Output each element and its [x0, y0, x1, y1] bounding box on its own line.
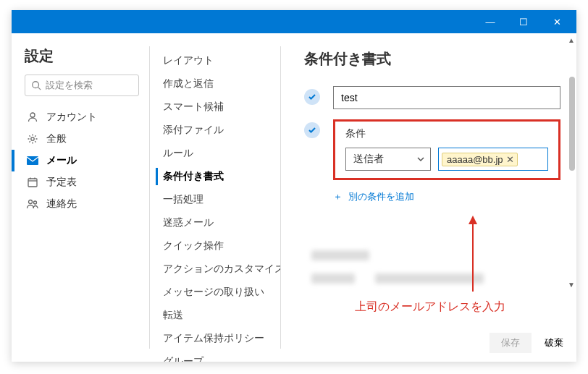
footer-actions: 保存 破棄: [490, 333, 563, 353]
sidebar-item-mail[interactable]: メール: [25, 150, 139, 171]
svg-point-0: [33, 82, 39, 88]
main-scrollbar[interactable]: ▲ ▼: [566, 33, 576, 318]
add-condition-link[interactable]: ＋別の条件を追加: [333, 190, 560, 203]
page-title: 条件付き書式: [304, 49, 560, 69]
redacted-region: [311, 273, 355, 284]
svg-rect-4: [27, 156, 38, 165]
svg-point-9: [29, 200, 33, 204]
svg-point-3: [31, 137, 34, 140]
condition-check-icon[interactable]: [304, 122, 320, 138]
condition-type-select[interactable]: 送信者: [345, 148, 431, 171]
search-icon: [31, 80, 41, 90]
subnav-item[interactable]: ルール: [156, 142, 274, 165]
sidebar-item-contacts[interactable]: 連絡先: [25, 193, 139, 215]
subnav-item[interactable]: 転送: [156, 304, 274, 327]
remove-tag-icon[interactable]: ✕: [506, 154, 514, 165]
subnav-item[interactable]: スマート候補: [156, 95, 274, 119]
plus-icon: ＋: [333, 191, 343, 202]
subnav-item[interactable]: 作成と返信: [156, 72, 274, 95]
svg-line-1: [38, 88, 41, 90]
main-panel: 条件付き書式 条件 送信者: [281, 33, 576, 362]
subnav-item-conditional-format[interactable]: 条件付き書式: [156, 165, 274, 188]
subnav: レイアウト 作成と返信 スマート候補 添付ファイル ルール 条件付き書式 一括処…: [150, 33, 280, 362]
maximize-button[interactable]: ☐: [507, 10, 540, 33]
gear-icon: [26, 132, 39, 145]
sidebar-item-label: 連絡先: [46, 197, 77, 211]
chevron-down-icon: [417, 156, 424, 163]
subnav-item[interactable]: アクションのカスタマイズ: [156, 258, 274, 281]
scroll-down-icon[interactable]: ▼: [566, 279, 576, 289]
close-button[interactable]: ✕: [540, 10, 574, 33]
sidebar-item-label: メール: [46, 154, 77, 167]
sidebar-item-calendar[interactable]: 予定表: [25, 171, 139, 193]
minimize-button[interactable]: —: [474, 10, 507, 33]
redacted-region: [311, 250, 369, 260]
scrollbar-thumb[interactable]: [569, 77, 575, 171]
subnav-item[interactable]: 一括処理: [156, 188, 274, 211]
scroll-up-icon[interactable]: ▲: [566, 35, 576, 45]
subnav-item[interactable]: 添付ファイル: [156, 119, 274, 142]
redacted-region: [375, 273, 484, 284]
people-icon: [26, 197, 39, 211]
settings-sidebar: 設定 設定を検索 アカウント 全般: [12, 33, 149, 362]
subnav-item[interactable]: メッセージの取り扱い: [156, 281, 274, 304]
subnav-item[interactable]: アイテム保持ポリシー: [156, 327, 274, 350]
condition-box: 条件 送信者 aaaaa@bb.jp ✕: [333, 119, 560, 180]
titlebar: — ☐ ✕: [12, 10, 576, 33]
search-placeholder: 設定を検索: [46, 79, 93, 92]
add-condition-label: 別の条件を追加: [348, 191, 414, 202]
condition-email-field[interactable]: aaaaa@bb.jp ✕: [438, 148, 548, 171]
sidebar-item-account[interactable]: アカウント: [25, 106, 139, 128]
sidebar-item-label: アカウント: [46, 111, 97, 124]
email-tag: aaaaa@bb.jp ✕: [442, 153, 518, 166]
condition-label: 条件: [335, 127, 558, 140]
settings-window: — ☐ ✕ 設定 設定を検索 アカウント: [12, 10, 576, 362]
sidebar-item-label: 予定表: [46, 176, 77, 189]
subnav-item[interactable]: クイック操作: [156, 234, 274, 258]
subnav-item[interactable]: グループ: [156, 350, 274, 362]
sidebar-item-label: 全般: [46, 132, 67, 145]
svg-point-2: [30, 113, 35, 117]
save-button[interactable]: 保存: [490, 333, 532, 353]
calendar-icon: [26, 176, 39, 189]
subnav-item[interactable]: レイアウト: [156, 49, 274, 72]
mail-icon: [26, 154, 39, 167]
svg-rect-5: [28, 179, 37, 187]
sidebar-item-general[interactable]: 全般: [25, 128, 139, 150]
search-input[interactable]: 設定を検索: [25, 75, 139, 96]
rule-name-input[interactable]: [333, 86, 560, 109]
svg-point-10: [34, 201, 37, 204]
person-icon: [26, 111, 39, 124]
email-tag-text: aaaaa@bb.jp: [447, 154, 503, 165]
settings-title: 設定: [25, 46, 139, 66]
rule-check-icon[interactable]: [304, 89, 320, 105]
discard-button[interactable]: 破棄: [545, 336, 563, 349]
subnav-item[interactable]: 迷惑メール: [156, 211, 274, 234]
select-value: 送信者: [353, 153, 384, 166]
